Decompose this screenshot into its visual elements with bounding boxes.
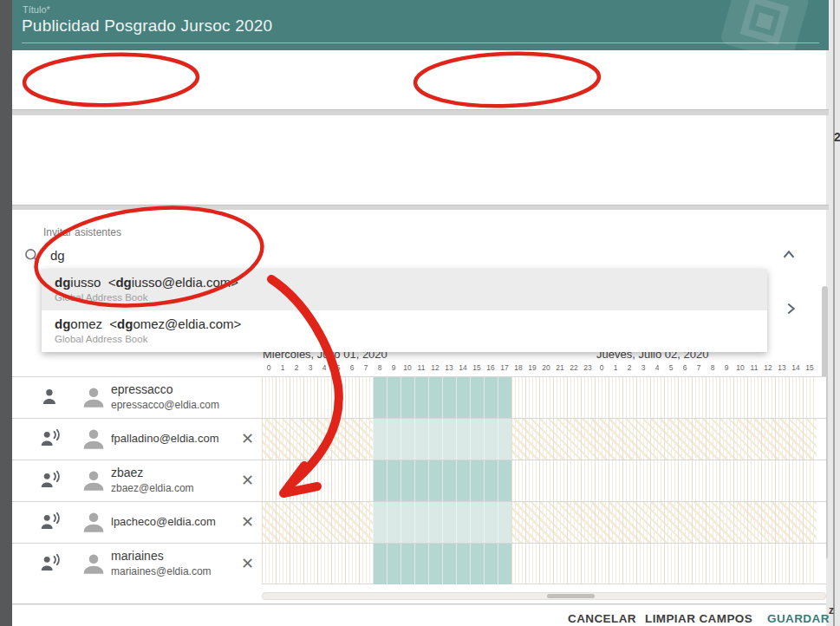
window-left-strip [0, 0, 12, 626]
hour-tick-label: 18 [511, 363, 525, 372]
save-button[interactable]: GUARDAR [767, 612, 830, 625]
hour-tick-label: 7 [359, 363, 373, 372]
hour-scale-day: 0123456789101112131415 [595, 363, 817, 372]
remove-attendee-icon[interactable]: ✕ [241, 554, 254, 573]
date-section: 01-Jul-20 01-Jul-20 [12, 50, 826, 109]
avatar-icon [80, 467, 107, 495]
scheduler-rows: epressacco epressacco@eldia.com ✕ [12, 376, 826, 584]
attendee-search-input[interactable]: dg [50, 248, 65, 263]
busy-block [373, 460, 511, 501]
hour-tick-label: 4 [650, 363, 664, 372]
chevron-right-icon[interactable] [781, 299, 800, 318]
hour-tick-label: 3 [303, 363, 317, 372]
attendee-cell: lpacheco@eldia.com ✕ [12, 502, 262, 543]
free-busy-grid-cell[interactable] [262, 460, 817, 501]
hour-tick-label: 1 [276, 363, 290, 372]
hour-tick-label: 4 [317, 363, 331, 372]
attendee-email: zbaez@eldia.com [111, 482, 194, 494]
hour-tick-label: 13 [775, 363, 789, 372]
search-icon [23, 247, 41, 264]
attendee-email: epressacco@eldia.com [111, 399, 219, 411]
appointment-title-input[interactable]: Publicidad Posgrado Jursoc 2020 [22, 16, 272, 36]
horizontal-scrollbar[interactable] [262, 592, 826, 600]
hour-tick-label: 9 [387, 363, 400, 372]
hour-tick-label: 16 [484, 363, 498, 372]
hour-tick-label: 15 [803, 363, 817, 372]
attendee-name: epressacco [111, 382, 219, 396]
attendee-row: lpacheco@eldia.com ✕ [12, 501, 826, 543]
cancel-button[interactable]: CANCELAR [568, 612, 636, 625]
busy-block [373, 502, 511, 543]
section-divider [12, 109, 829, 115]
attendee-cell: epressacco epressacco@eldia.com ✕ [12, 377, 262, 418]
suggestion-list: dgiusso <dgiusso@eldia.com> Global Addre… [42, 269, 767, 352]
appointment-dialog-page: Título* Publicidad Posgrado Jursoc 2020 … [0, 0, 840, 626]
person-voice-icon [38, 512, 62, 534]
avatar-icon [80, 384, 107, 412]
free-busy-grid-cell[interactable] [262, 544, 817, 584]
title-field-label: Título* [23, 4, 50, 15]
hour-tick-label: 14 [789, 363, 803, 372]
busy-block [373, 544, 511, 584]
horizontal-scrollbar-thumb[interactable] [547, 594, 595, 598]
suggestion-item[interactable]: dgomez <dgomez@eldia.com> Global Address… [42, 310, 767, 352]
attendee-name: mariaines [111, 549, 212, 563]
hour-tick-label: 23 [581, 363, 595, 372]
page-edge-background [835, 0, 840, 626]
hour-tick-label: 10 [733, 363, 747, 372]
free-busy-grid-cell[interactable] [262, 377, 817, 418]
avatar-icon [80, 551, 107, 578]
free-busy-grid-cell[interactable] [262, 502, 817, 543]
attendee-row: zbaez zbaez@eldia.com ✕ [12, 460, 826, 501]
hour-scale-day: 01234567891011121314151617181920212223 [262, 363, 595, 372]
hour-tick-label: 5 [664, 363, 678, 372]
attendee-name: zbaez [111, 466, 194, 479]
hour-tick-label: 12 [428, 363, 442, 372]
free-busy-grid-cell[interactable] [262, 419, 817, 460]
hour-tick-label: 7 [692, 363, 706, 372]
remove-attendee-icon[interactable]: ✕ [241, 429, 254, 448]
hour-tick-label: 6 [678, 363, 692, 372]
person-icon [38, 387, 62, 409]
hour-tick-label: 17 [498, 363, 511, 372]
suggestion-source: Global Address Book [55, 292, 767, 303]
repeat-section: Repetir [12, 115, 826, 205]
hour-tick-label: 1 [609, 363, 622, 372]
calendar-watermark-icon [718, 0, 822, 50]
hour-tick-label: 13 [442, 363, 456, 372]
hour-tick-label: 10 [400, 363, 414, 372]
hour-tick-label: 8 [706, 363, 720, 372]
avatar-icon [80, 426, 107, 453]
chevron-up-icon[interactable] [779, 245, 798, 264]
hour-tick-label: 9 [720, 363, 733, 372]
clear-fields-button[interactable]: LIMPIAR CAMPOS [645, 612, 752, 625]
hour-tick-label: 2 [290, 363, 303, 372]
hour-tick-label: 3 [636, 363, 650, 372]
hour-tick-label: 11 [414, 363, 428, 372]
dialog-header: Título* Publicidad Posgrado Jursoc 2020 [12, 0, 829, 50]
hour-tick-label: 0 [262, 363, 276, 372]
person-voice-icon [38, 428, 62, 451]
person-voice-icon [38, 553, 62, 576]
invite-attendees-label: Invitar asistentes [43, 226, 121, 238]
attendee-row: mariaines mariaines@eldia.com ✕ [12, 543, 826, 584]
hour-tick-label: 2 [622, 363, 636, 372]
avatar-icon [80, 509, 107, 537]
suggestion-name: dgomez <dgomez@eldia.com> [55, 316, 767, 331]
title-underline [22, 42, 819, 43]
remove-attendee-icon[interactable]: ✕ [241, 512, 254, 531]
suggestion-item[interactable]: dgiusso <dgiusso@eldia.com> Global Addre… [42, 269, 767, 310]
remove-attendee-icon[interactable]: ✕ [241, 471, 254, 490]
hour-tick-label: 5 [331, 363, 345, 372]
hour-tick-label: 8 [373, 363, 387, 372]
hour-tick-label: 11 [747, 363, 761, 372]
person-voice-icon [38, 470, 62, 492]
background-text-fragment: 2 [834, 130, 840, 144]
attendee-email: fpalladino@eldia.com [111, 432, 219, 445]
hour-tick-label: 19 [525, 363, 539, 372]
attendee-email: lpacheco@eldia.com [111, 515, 216, 528]
hour-tick-label: 15 [470, 363, 484, 372]
hour-tick-label: 12 [761, 363, 775, 372]
attendee-email: mariaines@eldia.com [111, 565, 212, 577]
hour-tick-label: 0 [595, 363, 609, 372]
